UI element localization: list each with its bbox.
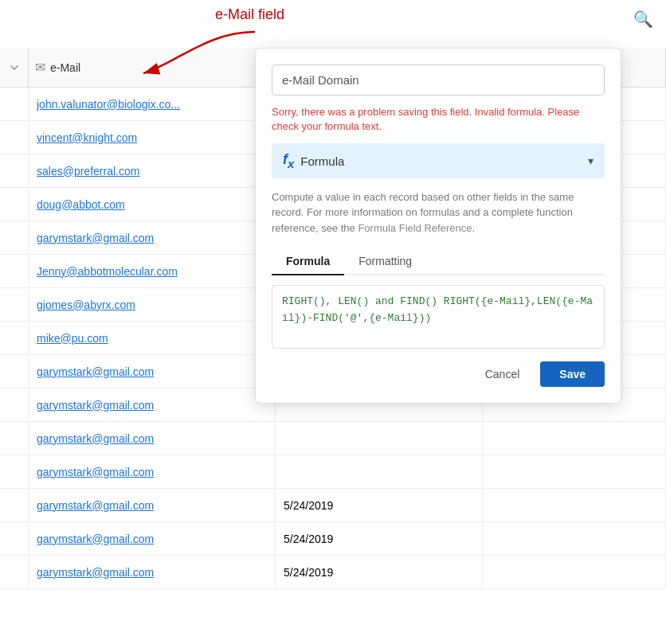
email-cell: gjomes@abyrx.com bbox=[29, 288, 276, 321]
row-toggle bbox=[0, 455, 29, 488]
cancel-button[interactable]: Cancel bbox=[472, 361, 533, 387]
row-toggle bbox=[0, 121, 29, 154]
table-row: garymstark@gmail.com 5/24/2019 bbox=[0, 556, 666, 589]
email-cell: garymstark@gmail.com bbox=[29, 422, 276, 455]
email-cell: mike@pu.com bbox=[29, 322, 276, 354]
domain-cell: 5/24/2019 bbox=[276, 556, 483, 588]
row-toggle bbox=[0, 556, 29, 588]
row-toggle bbox=[0, 422, 29, 455]
email-cell: sales@preferral.com bbox=[29, 154, 276, 187]
row-toggle bbox=[0, 88, 29, 120]
table-row: garymstark@gmail.com 5/24/2019 bbox=[0, 489, 666, 522]
row-toggle bbox=[0, 288, 29, 321]
row-toggle bbox=[0, 489, 29, 521]
field-name-input[interactable] bbox=[272, 64, 605, 96]
formula-reference-link[interactable]: Formula Field Reference bbox=[358, 222, 472, 234]
toggle-column-header bbox=[0, 48, 29, 87]
chevron-down-icon bbox=[8, 61, 21, 74]
email-column-header[interactable]: ✉ e-Mail ▾ bbox=[29, 48, 276, 87]
email-cell: doug@abbot.com bbox=[29, 188, 276, 221]
email-link[interactable]: sales@preferral.com bbox=[37, 165, 139, 178]
table-row: garymstark@gmail.com bbox=[0, 422, 666, 455]
email-cell: garymstark@gmail.com bbox=[29, 355, 276, 388]
row-toggle bbox=[0, 221, 29, 254]
created-cell bbox=[483, 455, 666, 488]
created-cell bbox=[483, 522, 666, 555]
email-link[interactable]: john.valunator@biologix.co... bbox=[37, 98, 180, 111]
email-link[interactable]: garymstark@gmail.com bbox=[37, 566, 154, 579]
error-message: Sorry, there was a problem saving this f… bbox=[272, 105, 605, 134]
email-column-label: e-Mail bbox=[50, 61, 80, 74]
domain-cell bbox=[276, 455, 483, 488]
formula-type-icon: fx bbox=[283, 151, 294, 170]
email-cell: garymstark@gmail.com bbox=[29, 221, 276, 254]
created-cell bbox=[483, 489, 666, 521]
email-link[interactable]: garymstark@gmail.com bbox=[37, 466, 154, 478]
tab-formula[interactable]: Formula bbox=[272, 248, 344, 275]
email-link[interactable]: mike@pu.com bbox=[37, 332, 108, 345]
email-cell: garymstark@gmail.com bbox=[29, 556, 276, 588]
email-link[interactable]: garymstark@gmail.com bbox=[37, 432, 154, 445]
row-toggle bbox=[0, 188, 29, 221]
email-cell: vincent@knight.com bbox=[29, 121, 276, 154]
field-description: Compute a value in each record based on … bbox=[272, 189, 605, 236]
email-link[interactable]: garymstark@gmail.com bbox=[37, 232, 154, 244]
tabs-row: Formula Formatting bbox=[272, 248, 605, 275]
email-link[interactable]: garymstark@gmail.com bbox=[37, 499, 154, 512]
email-cell: Jenny@abbotmolecular.com bbox=[29, 255, 276, 287]
email-link[interactable]: gjomes@abyrx.com bbox=[37, 299, 135, 311]
row-toggle bbox=[0, 355, 29, 388]
tab-formatting[interactable]: Formatting bbox=[344, 248, 426, 275]
field-type-selector[interactable]: fx Formula ▾ bbox=[272, 143, 605, 178]
email-link[interactable]: garymstark@gmail.com bbox=[37, 365, 154, 378]
email-icon: ✉ bbox=[35, 60, 45, 75]
domain-cell: 5/24/2019 bbox=[276, 489, 483, 521]
created-cell bbox=[483, 422, 666, 455]
email-cell: garymstark@gmail.com bbox=[29, 455, 276, 488]
row-toggle bbox=[0, 388, 29, 421]
row-toggle bbox=[0, 322, 29, 354]
email-link[interactable]: garymstark@gmail.com bbox=[37, 399, 154, 412]
formula-editor[interactable]: RIGHT(), LEN() and FIND() RIGHT({e-Mail}… bbox=[272, 285, 605, 349]
table-row: garymstark@gmail.com bbox=[0, 455, 666, 489]
save-button[interactable]: Save bbox=[540, 361, 605, 387]
email-link[interactable]: vincent@knight.com bbox=[37, 131, 137, 144]
email-cell: garymstark@gmail.com bbox=[29, 522, 276, 555]
row-toggle bbox=[0, 522, 29, 555]
row-toggle bbox=[0, 255, 29, 287]
table-row: garymstark@gmail.com 5/24/2019 bbox=[0, 522, 666, 556]
field-type-label: Formula bbox=[300, 154, 582, 168]
action-buttons: Cancel Save bbox=[272, 361, 605, 387]
domain-cell: 5/24/2019 bbox=[276, 522, 483, 555]
field-type-chevron-icon: ▾ bbox=[588, 154, 594, 167]
row-toggle bbox=[0, 154, 29, 187]
email-link[interactable]: garymstark@gmail.com bbox=[37, 533, 154, 545]
domain-cell bbox=[276, 422, 483, 455]
email-link[interactable]: Jenny@abbotmolecular.com bbox=[37, 265, 178, 278]
search-icon[interactable]: 🔍 bbox=[633, 10, 653, 29]
email-cell: garymstark@gmail.com bbox=[29, 489, 276, 521]
annotation-label: e-Mail field bbox=[215, 6, 284, 23]
created-cell bbox=[483, 556, 666, 588]
field-editor-popup: Sorry, there was a problem saving this f… bbox=[255, 48, 621, 404]
email-cell: john.valunator@biologix.co... bbox=[29, 88, 276, 120]
email-link[interactable]: doug@abbot.com bbox=[37, 198, 125, 211]
email-cell: garymstark@gmail.com bbox=[29, 388, 276, 421]
